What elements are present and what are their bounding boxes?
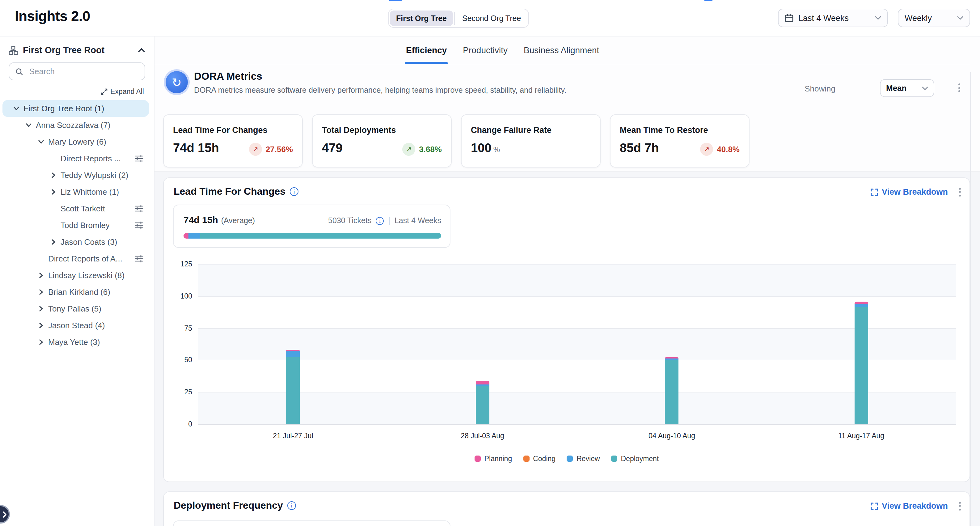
metric-delta-badge: ↗40.8%	[700, 143, 740, 156]
deployment-view-breakdown-link[interactable]: View Breakdown	[871, 501, 948, 510]
tree-item[interactable]: Scott Tarkett	[2, 200, 149, 217]
chart-bar[interactable]	[286, 350, 300, 424]
tree-item[interactable]: Mary Lowery (6)	[2, 134, 149, 150]
chart-bar[interactable]	[665, 357, 679, 424]
date-range-value: Last 4 Weeks	[798, 13, 870, 22]
tree-chevron-box[interactable]	[48, 170, 58, 180]
dora-kebab-menu[interactable]	[958, 83, 960, 92]
deployment-summary-card	[173, 520, 450, 526]
tree-item[interactable]: Lindsay Liszewski (8)	[2, 267, 149, 284]
tree-chevron-box[interactable]	[36, 270, 46, 280]
chevron-right-icon[interactable]	[50, 239, 57, 245]
tree-chevron-box[interactable]	[36, 137, 46, 147]
tree-item[interactable]: First Org Tree Root (1)	[2, 100, 149, 117]
tree-chevron-box[interactable]	[48, 187, 58, 197]
tree-item-label: Jason Stead (4)	[48, 321, 105, 330]
metric-card-label: Total Deployments	[322, 126, 396, 135]
metric-card-value-suffix: %	[493, 145, 500, 154]
chevron-right-icon[interactable]	[37, 322, 44, 329]
chevron-down-icon[interactable]	[25, 122, 32, 129]
tab-business-alignment[interactable]: Business Alignment	[524, 37, 599, 64]
tree-item[interactable]: Jason Stead (4)	[2, 317, 149, 334]
x-axis-tick-label: 11 Aug-17 Aug	[838, 432, 884, 440]
chart-bar[interactable]	[476, 381, 489, 424]
tree-item-filter-button[interactable]	[135, 204, 144, 213]
tab-productivity[interactable]: Productivity	[463, 37, 508, 64]
tree-item[interactable]: Jason Coats (3)	[2, 234, 149, 250]
org-tree-toggle: First Org TreeSecond Org Tree	[388, 9, 529, 28]
tree-item[interactable]: Tony Pallas (5)	[2, 300, 149, 317]
tickets-info-icon[interactable]: i	[376, 217, 384, 225]
org-tree-icon	[9, 45, 18, 55]
gridline	[198, 264, 956, 265]
filter-sliders-icon[interactable]	[135, 204, 144, 213]
filter-sliders-icon[interactable]	[135, 221, 144, 230]
y-axis-tick-label: 25	[170, 388, 192, 395]
expand-all-icon	[100, 88, 107, 95]
org-toggle-first-org-tree[interactable]: First Org Tree	[390, 11, 453, 26]
tree-item[interactable]: Todd Bromley	[2, 217, 149, 234]
chevron-right-icon[interactable]	[37, 272, 44, 279]
metric-delta-badge: ↗27.56%	[249, 143, 293, 156]
chevron-right-icon[interactable]	[50, 172, 57, 179]
bar-segment-review	[854, 304, 868, 308]
filter-sliders-icon[interactable]	[135, 154, 144, 163]
info-icon[interactable]: i	[290, 187, 298, 196]
chevron-right-icon[interactable]	[37, 289, 44, 295]
summary-bar-segment-review	[189, 233, 200, 239]
tree-item[interactable]: Maya Yette (3)	[2, 334, 149, 351]
tree-item-filter-button[interactable]	[135, 221, 144, 230]
chevron-down-icon[interactable]	[37, 139, 44, 145]
chart-bar[interactable]	[854, 301, 868, 424]
app-title: Insights 2.0	[15, 8, 90, 25]
y-axis-tick-label: 75	[170, 324, 192, 332]
tree-chevron-box[interactable]	[36, 320, 46, 330]
chevron-right-icon[interactable]	[37, 339, 44, 346]
filter-sliders-icon[interactable]	[135, 254, 144, 263]
search-icon	[16, 67, 23, 76]
tree-chevron-box[interactable]	[48, 237, 58, 247]
metric-delta-badge: ↗3.68%	[402, 143, 442, 156]
trend-up-arrow-icon: ↗	[402, 143, 415, 156]
collapse-chevron-up-icon[interactable]	[138, 48, 145, 53]
tree-item[interactable]: Direct Reports of A...	[2, 250, 149, 267]
bar-segment-deployment	[286, 357, 300, 424]
expand-all-button[interactable]: Expand All	[9, 88, 144, 95]
tree-item[interactable]: Anna Scozzafava (7)	[2, 117, 149, 134]
tree-chevron-box[interactable]	[36, 304, 46, 314]
chevron-down-icon[interactable]	[13, 105, 19, 112]
showing-select[interactable]: Mean	[880, 79, 934, 97]
sidebar-drawer-handle[interactable]	[0, 505, 10, 524]
chevron-right-icon[interactable]	[50, 188, 57, 195]
deployment-kebab-menu[interactable]	[959, 502, 961, 510]
breakdown-expand-icon	[871, 188, 878, 196]
tree-chevron-box[interactable]	[36, 337, 46, 347]
tree-item-label: Tony Pallas (5)	[48, 304, 101, 313]
date-range-select[interactable]: Last 4 Weeks	[778, 9, 888, 27]
clipped-top-artifact	[389, 0, 402, 1]
tree-item[interactable]: Brian Kirkland (6)	[2, 284, 149, 300]
lead-time-view-breakdown-link[interactable]: View Breakdown	[871, 187, 948, 196]
search-input[interactable]	[28, 66, 138, 77]
tree-item-filter-button[interactable]	[135, 154, 144, 163]
tree-item[interactable]: Liz Whittome (1)	[2, 183, 149, 200]
info-icon[interactable]: i	[287, 501, 296, 510]
bar-segment-deployment	[854, 308, 868, 424]
toggle-divider	[454, 12, 455, 25]
tree-item-label: First Org Tree Root (1)	[24, 104, 104, 113]
bar-segment-deployment	[665, 360, 679, 424]
tree-item[interactable]: Teddy Wylupski (2)	[2, 167, 149, 183]
chevron-right-icon[interactable]	[37, 305, 44, 312]
tree-item[interactable]: Direct Reports ...	[2, 150, 149, 167]
lead-time-kebab-menu[interactable]	[959, 188, 961, 196]
summary-stacked-bar	[183, 233, 441, 239]
tree-chevron-box[interactable]	[24, 120, 33, 130]
tree-chevron-box[interactable]	[36, 287, 46, 297]
tree-chevron-box[interactable]	[11, 104, 21, 113]
tree-item-filter-button[interactable]	[135, 254, 144, 263]
tab-efficiency[interactable]: Efficiency	[406, 37, 447, 64]
org-toggle-second-org-tree[interactable]: Second Org Tree	[456, 11, 527, 26]
granularity-select[interactable]: Weekly	[898, 9, 970, 27]
y-axis-tick-label: 125	[170, 260, 192, 268]
scrollbar-track[interactable]	[970, 72, 971, 526]
